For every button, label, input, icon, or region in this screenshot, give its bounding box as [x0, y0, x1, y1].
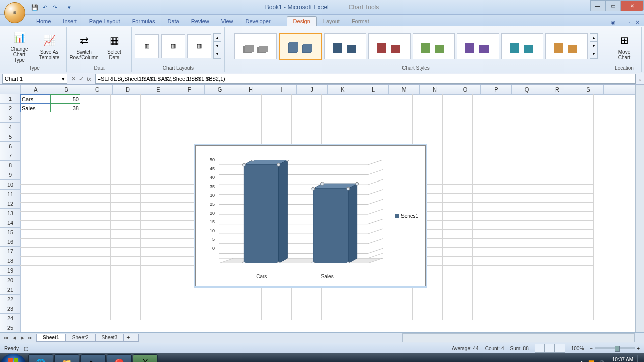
cell-E21[interactable]	[141, 275, 171, 284]
cell-J4[interactable]	[292, 121, 322, 130]
cell-M24[interactable]	[382, 302, 413, 311]
cell-E24[interactable]	[141, 302, 171, 311]
cell-B11[interactable]	[50, 185, 80, 194]
cell-Q19[interactable]	[503, 257, 533, 266]
cell-P12[interactable]	[473, 194, 503, 203]
col-header-R[interactable]: R	[542, 85, 573, 94]
minimize-ribbon-icon[interactable]: —	[620, 19, 625, 26]
office-button[interactable]: ⊞	[4, 2, 25, 23]
cell-L5[interactable]	[352, 130, 382, 139]
vertical-scrollbar[interactable]	[635, 85, 644, 332]
cell-I24[interactable]	[262, 302, 292, 311]
cell-O25[interactable]	[443, 311, 473, 320]
cell-Q16[interactable]	[503, 230, 533, 239]
cell-D6[interactable]	[111, 139, 141, 148]
cell-L2[interactable]	[352, 103, 382, 112]
cell-O18[interactable]	[443, 248, 473, 257]
cell-B24[interactable]	[50, 302, 80, 311]
cell-Q14[interactable]	[503, 212, 533, 221]
cell-R15[interactable]	[533, 221, 564, 230]
sheet-tab-1[interactable]: Sheet1	[36, 334, 66, 342]
cell-O16[interactable]	[443, 230, 473, 239]
cell-A20[interactable]	[20, 266, 50, 275]
cell-K2[interactable]	[322, 103, 352, 112]
cell-M2[interactable]	[382, 103, 413, 112]
cell-P23[interactable]	[473, 293, 503, 302]
cell-B15[interactable]	[50, 221, 80, 230]
col-header-K[interactable]: K	[328, 85, 358, 94]
cell-P21[interactable]	[473, 275, 503, 284]
cell-P7[interactable]	[473, 148, 503, 157]
cell-S16[interactable]	[564, 230, 594, 239]
cell-Q13[interactable]	[503, 203, 533, 212]
cell-R21[interactable]	[533, 275, 564, 284]
cell-C4[interactable]	[80, 121, 111, 130]
row-header-16[interactable]: 16	[0, 237, 20, 247]
help-icon[interactable]: ◉	[611, 19, 616, 26]
cell-O5[interactable]	[443, 130, 473, 139]
col-header-F[interactable]: F	[174, 85, 205, 94]
cell-S10[interactable]	[564, 175, 594, 185]
cell-S11[interactable]	[564, 185, 594, 194]
cell-Q9[interactable]	[503, 166, 533, 175]
cell-C12[interactable]	[80, 194, 111, 203]
cell-D16[interactable]	[111, 230, 141, 239]
cell-A5[interactable]	[20, 130, 50, 139]
cell-H23[interactable]	[231, 293, 262, 302]
cell-A2[interactable]: Sales	[20, 103, 50, 112]
cell-R25[interactable]	[533, 311, 564, 320]
cell-O10[interactable]	[443, 175, 473, 185]
cell-C6[interactable]	[80, 139, 111, 148]
cell-G25[interactable]	[201, 311, 231, 320]
cell-K5[interactable]	[322, 130, 352, 139]
row-header-1[interactable]: 1	[0, 94, 20, 104]
taskbar-excel[interactable]: X	[133, 354, 158, 362]
taskbar-ie[interactable]: 🌐	[28, 354, 53, 362]
row-header-25[interactable]: 25	[0, 323, 20, 332]
cell-Q2[interactable]	[503, 103, 533, 112]
cell-D3[interactable]	[111, 112, 141, 121]
cell-B6[interactable]	[50, 139, 80, 148]
cell-C16[interactable]	[80, 230, 111, 239]
enter-formula-icon[interactable]: ✓	[79, 76, 84, 82]
cell-E18[interactable]	[141, 248, 171, 257]
cell-F2[interactable]	[171, 103, 201, 112]
cell-O1[interactable]	[443, 94, 473, 103]
show-desktop-button[interactable]	[637, 355, 642, 362]
sheet-nav-first-icon[interactable]: ⏮	[2, 335, 10, 340]
cell-N2[interactable]	[413, 103, 443, 112]
cell-I23[interactable]	[262, 293, 292, 302]
row-header-18[interactable]: 18	[0, 256, 20, 266]
cell-F4[interactable]	[171, 121, 201, 130]
cell-M5[interactable]	[382, 130, 413, 139]
cell-D19[interactable]	[111, 257, 141, 266]
zoom-level[interactable]: 100%	[571, 346, 584, 351]
tab-page-layout[interactable]: Page Layout	[83, 17, 126, 26]
cell-I4[interactable]	[262, 121, 292, 130]
cell-I5[interactable]	[262, 130, 292, 139]
insert-sheet-button[interactable]: ✦	[124, 334, 139, 342]
cell-C17[interactable]	[80, 239, 111, 248]
redo-icon[interactable]: ↷	[50, 3, 59, 12]
cell-M25[interactable]	[382, 311, 413, 320]
cell-R13[interactable]	[533, 203, 564, 212]
cell-J23[interactable]	[292, 293, 322, 302]
undo-icon[interactable]: ↶	[40, 3, 49, 12]
cell-Q20[interactable]	[503, 266, 533, 275]
cell-E12[interactable]	[141, 194, 171, 203]
cell-H2[interactable]	[231, 103, 262, 112]
change-chart-type-button[interactable]: 📊 Change Chart Type	[5, 28, 33, 64]
row-header-12[interactable]: 12	[0, 199, 20, 209]
cell-O19[interactable]	[443, 257, 473, 266]
cell-P20[interactable]	[473, 266, 503, 275]
cell-O12[interactable]	[443, 194, 473, 203]
cell-F3[interactable]	[171, 112, 201, 121]
cell-A19[interactable]	[20, 257, 50, 266]
cell-M1[interactable]	[382, 94, 413, 103]
cell-A8[interactable]	[20, 157, 50, 166]
cell-C9[interactable]	[80, 166, 111, 175]
embedded-chart[interactable]: 05101520253035404550 Cars Sal	[195, 145, 426, 286]
cell-E25[interactable]	[141, 311, 171, 320]
cell-R3[interactable]	[533, 112, 564, 121]
cell-Q24[interactable]	[503, 302, 533, 311]
